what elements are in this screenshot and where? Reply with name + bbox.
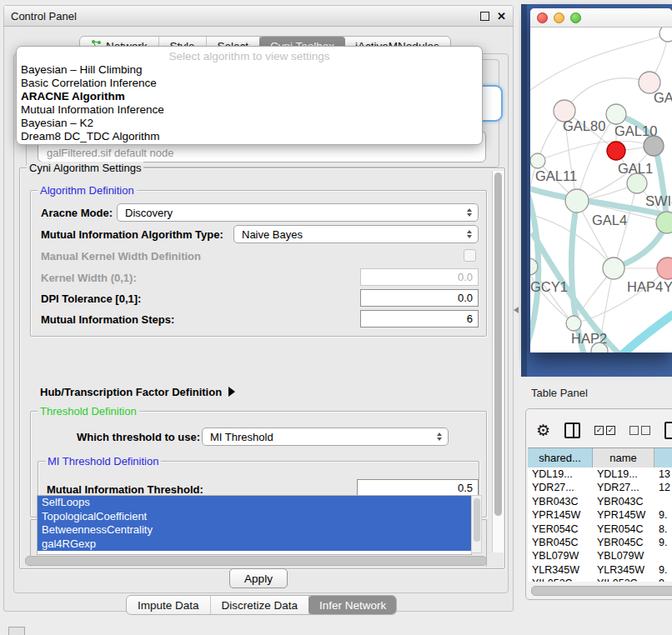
attribute-item[interactable]: gal4RGexp bbox=[38, 538, 471, 552]
algorithm-dropdown-popup: Select algorithm to view settings Bayesi… bbox=[16, 46, 483, 145]
table-row[interactable]: YDL19...YDL19...13 bbox=[528, 468, 672, 481]
attributes-scrollbar[interactable] bbox=[471, 495, 482, 553]
table-row[interactable]: YPR145WYPR145W9. bbox=[528, 508, 672, 522]
node-gal1-label: GAL1 bbox=[618, 161, 653, 176]
network-canvas[interactable]: GALGAL80GAL10GAL11GAL1SWI4GAL4GCY1HAP4YH… bbox=[530, 28, 672, 352]
dpi-tolerance-field[interactable]: 0.0 bbox=[360, 289, 479, 307]
zoom-traffic-light[interactable] bbox=[570, 12, 581, 23]
table-cell: YLR345W bbox=[528, 563, 593, 577]
node-gcy1-label: GCY1 bbox=[530, 279, 568, 294]
algorithm-option[interactable]: Dream8 DC_TDC Algorithm bbox=[17, 130, 482, 143]
kernel-width-field[interactable]: 0.0 bbox=[360, 268, 479, 286]
tab-label: Infer Network bbox=[319, 599, 386, 612]
manual-kernel-label: Manual Kernel Width Definition bbox=[41, 250, 201, 262]
tab-infer-network[interactable]: Infer Network bbox=[308, 596, 397, 614]
which-threshold-value: MI Threshold bbox=[203, 431, 434, 443]
table-horizontal-scrollbar[interactable] bbox=[531, 586, 672, 595]
table-panel: ⚙ ✓✓ shared...nameAYDL19...YDL19...13YDR… bbox=[525, 408, 672, 600]
algorithm-option[interactable]: Bayesian – Hill Climbing bbox=[17, 63, 482, 77]
node-hap4[interactable] bbox=[603, 258, 624, 279]
column-header[interactable]: shared... bbox=[528, 448, 593, 468]
node-gal11[interactable] bbox=[530, 153, 545, 168]
algorithm-option[interactable]: Bayesian – K2 bbox=[17, 117, 482, 130]
network-edge[interactable] bbox=[564, 78, 649, 111]
document-icon[interactable] bbox=[664, 422, 672, 439]
unchecked-boxes-icon[interactable] bbox=[629, 426, 650, 435]
table-row[interactable]: YIL052CYIL052C9. bbox=[528, 577, 672, 582]
mi-type-combo[interactable]: Naive Bayes bbox=[233, 225, 479, 243]
algorithm-options-list: Bayesian – Hill ClimbingBasic Correlatio… bbox=[17, 63, 482, 143]
expand-right-icon bbox=[228, 387, 235, 397]
table-panel-title: Table Panel bbox=[531, 387, 588, 399]
settings-group-title: Cyni Algorithm Settings bbox=[27, 162, 143, 174]
attribute-item[interactable]: TopologicalCoefficient bbox=[38, 510, 471, 524]
hub-definition-toggle[interactable]: Hub/Transcription Factor Definition bbox=[40, 386, 235, 398]
gear-icon[interactable]: ⚙ bbox=[536, 422, 550, 438]
minimize-traffic-light[interactable] bbox=[554, 12, 564, 23]
node-gal1[interactable] bbox=[627, 173, 647, 193]
table-row[interactable]: YBR043CYBR043C bbox=[528, 495, 672, 508]
table-row[interactable]: YDR27...YDR27...12 bbox=[528, 481, 672, 494]
node-red[interactable] bbox=[607, 142, 625, 160]
columns-icon[interactable] bbox=[564, 422, 580, 438]
mi-threshold-title: MI Threshold Definition bbox=[45, 455, 161, 468]
mi-steps-field[interactable]: 6 bbox=[360, 310, 479, 328]
table-cell: YDL19... bbox=[528, 468, 593, 481]
table-cell bbox=[654, 549, 672, 562]
table-cell: YBR043C bbox=[593, 495, 654, 508]
node-gal10[interactable] bbox=[606, 104, 626, 124]
checked-boxes-icon[interactable]: ✓✓ bbox=[594, 426, 615, 435]
table-row[interactable]: YBL079WYBL079W bbox=[528, 549, 672, 562]
attribute-item[interactable]: SelfLoops bbox=[38, 496, 471, 510]
which-threshold-label: Which threshold to use: bbox=[77, 431, 200, 443]
node-swi4[interactable] bbox=[656, 212, 672, 233]
apply-button[interactable]: Apply bbox=[229, 568, 288, 588]
table-cell: 9. bbox=[654, 563, 672, 577]
apply-button-label: Apply bbox=[244, 572, 273, 585]
settings-horizontal-scrollbar[interactable] bbox=[23, 555, 500, 565]
node-gal80-label: GAL80 bbox=[563, 118, 605, 133]
tab-discretize-data[interactable]: Discretize Data bbox=[211, 596, 310, 614]
attribute-item[interactable]: BetweennessCentrality bbox=[38, 523, 471, 538]
table-row[interactable]: YLR345WYLR345W9. bbox=[528, 563, 672, 577]
right-region: GALGAL80GAL10GAL11GAL1SWI4GAL4GCY1HAP4YH… bbox=[519, 0, 672, 635]
network-edge[interactable] bbox=[620, 315, 672, 352]
minimized-panel-icon[interactable] bbox=[8, 627, 25, 635]
table-cell: YBL079W bbox=[528, 549, 593, 562]
aracne-mode-combo[interactable]: Discovery bbox=[117, 203, 479, 222]
mi-type-label: Mutual Information Algorithm Type: bbox=[41, 228, 223, 241]
column-header[interactable]: name bbox=[593, 448, 654, 468]
node-gal11-label: GAL11 bbox=[535, 168, 577, 183]
close-traffic-light[interactable] bbox=[537, 12, 548, 23]
table-row[interactable]: YER054CYER054C8. bbox=[528, 522, 672, 536]
float-window-icon[interactable] bbox=[480, 12, 489, 21]
network-window-titlebar bbox=[530, 8, 672, 28]
mi-type-value: Naive Bayes bbox=[234, 228, 464, 241]
stepper-arrows-icon bbox=[434, 432, 445, 441]
which-threshold-combo[interactable]: MI Threshold bbox=[202, 428, 449, 446]
algorithm-option[interactable]: ARACNE Algorithm bbox=[17, 90, 482, 103]
node-gal4[interactable] bbox=[565, 189, 589, 212]
manual-kernel-checkbox[interactable] bbox=[464, 249, 476, 262]
table-row[interactable]: YBR045CYBR045C9. bbox=[528, 536, 672, 549]
close-icon[interactable]: ✕ bbox=[497, 11, 506, 22]
node-gray[interactable] bbox=[644, 136, 664, 156]
panel-title: Control Panel bbox=[11, 10, 77, 22]
table-cell: YBL079W bbox=[593, 549, 654, 562]
network-edge[interactable] bbox=[538, 141, 654, 161]
table-cell: YER054C bbox=[593, 522, 654, 536]
screenshot-root: Control Panel ✕ NetworkStyleSelectCyni T… bbox=[0, 0, 672, 635]
aracne-mode-label: Aracne Mode: bbox=[41, 207, 113, 219]
column-header[interactable]: A bbox=[654, 448, 672, 468]
algorithm-option[interactable]: Mutual Information Inference bbox=[17, 103, 482, 117]
mi-steps-label: Mutual Information Steps: bbox=[41, 313, 174, 326]
table-toolbar: ⚙ ✓✓ bbox=[536, 418, 672, 442]
table-cell bbox=[654, 495, 672, 508]
table-cell: YBR045C bbox=[528, 536, 593, 549]
stepper-arrows-icon bbox=[464, 208, 475, 217]
tab-impute-data[interactable]: Impute Data bbox=[127, 596, 211, 614]
node-hap2[interactable] bbox=[566, 316, 581, 331]
node-topright[interactable] bbox=[659, 28, 672, 42]
settings-vertical-scrollbar[interactable] bbox=[492, 171, 504, 552]
algorithm-option[interactable]: Basic Correlation Inference bbox=[17, 77, 482, 90]
